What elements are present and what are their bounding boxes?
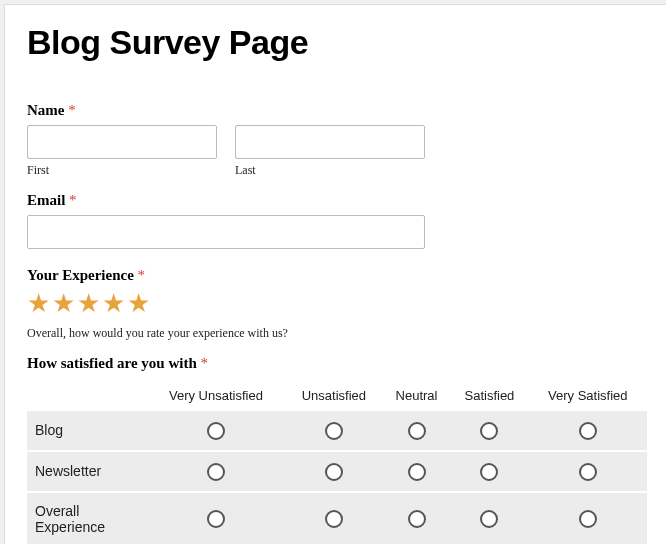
matrix-row: Newsletter xyxy=(27,452,647,491)
radio-button[interactable] xyxy=(207,422,225,440)
email-label-text: Email xyxy=(27,192,65,208)
first-name-sublabel: First xyxy=(27,163,217,178)
matrix-cell xyxy=(147,493,285,544)
matrix-col-header: Unsatisfied xyxy=(285,382,383,409)
radio-button[interactable] xyxy=(207,463,225,481)
matrix-col-header: Very Satisfied xyxy=(529,382,647,409)
experience-field: Your Experience * ★★★★★ Overall, how wou… xyxy=(27,267,647,341)
matrix-col-header: Satisfied xyxy=(450,382,528,409)
matrix-corner xyxy=(27,382,147,409)
matrix-cell xyxy=(383,411,451,450)
radio-button[interactable] xyxy=(408,463,426,481)
matrix-cell xyxy=(147,411,285,450)
radio-button[interactable] xyxy=(325,422,343,440)
matrix-cell xyxy=(383,493,451,544)
matrix-cell xyxy=(383,452,451,491)
required-marker: * xyxy=(68,102,76,118)
experience-caption: Overall, how would you rate your experie… xyxy=(27,326,647,341)
matrix-cell xyxy=(529,452,647,491)
required-marker: * xyxy=(69,192,77,208)
star-icon[interactable]: ★ xyxy=(77,290,100,316)
email-label: Email * xyxy=(27,192,647,209)
radio-button[interactable] xyxy=(408,422,426,440)
name-label-text: Name xyxy=(27,102,65,118)
matrix-cell xyxy=(450,411,528,450)
name-field: Name * First Last xyxy=(27,102,647,178)
satisfaction-label-text: How satisfied are you with xyxy=(27,355,197,371)
matrix-cell xyxy=(450,452,528,491)
radio-button[interactable] xyxy=(579,422,597,440)
matrix-row: Overall Experience xyxy=(27,493,647,544)
satisfaction-label: How satisfied are you with * xyxy=(27,355,647,372)
radio-button[interactable] xyxy=(408,510,426,528)
radio-button[interactable] xyxy=(579,463,597,481)
email-input[interactable] xyxy=(27,215,425,249)
survey-page: Blog Survey Page Name * First Last Email… xyxy=(4,4,666,544)
first-name-input[interactable] xyxy=(27,125,217,159)
last-name-sublabel: Last xyxy=(235,163,425,178)
radio-button[interactable] xyxy=(480,422,498,440)
radio-button[interactable] xyxy=(579,510,597,528)
email-field: Email * xyxy=(27,192,647,249)
matrix-row-label: Blog xyxy=(27,411,147,450)
radio-button[interactable] xyxy=(207,510,225,528)
matrix-cell xyxy=(450,493,528,544)
star-icon[interactable]: ★ xyxy=(52,290,75,316)
radio-button[interactable] xyxy=(325,510,343,528)
matrix-cell xyxy=(529,411,647,450)
radio-button[interactable] xyxy=(480,463,498,481)
matrix-cell xyxy=(529,493,647,544)
last-name-input[interactable] xyxy=(235,125,425,159)
experience-label: Your Experience * xyxy=(27,267,647,284)
radio-button[interactable] xyxy=(325,463,343,481)
matrix-col-header: Very Unsatisfied xyxy=(147,382,285,409)
star-icon[interactable]: ★ xyxy=(27,290,50,316)
matrix-row-label: Overall Experience xyxy=(27,493,147,544)
matrix-row: Blog xyxy=(27,411,647,450)
matrix-cell xyxy=(147,452,285,491)
experience-label-text: Your Experience xyxy=(27,267,134,283)
star-icon[interactable]: ★ xyxy=(127,290,150,316)
required-marker: * xyxy=(138,267,146,283)
satisfaction-field: How satisfied are you with * Very Unsati… xyxy=(27,355,647,544)
matrix-row-label: Newsletter xyxy=(27,452,147,491)
star-rating[interactable]: ★★★★★ xyxy=(27,290,647,316)
matrix-col-header: Neutral xyxy=(383,382,451,409)
page-title: Blog Survey Page xyxy=(27,23,647,62)
name-label: Name * xyxy=(27,102,647,119)
required-marker: * xyxy=(200,355,208,371)
matrix-cell xyxy=(285,452,383,491)
matrix-cell xyxy=(285,493,383,544)
star-icon[interactable]: ★ xyxy=(102,290,125,316)
radio-button[interactable] xyxy=(480,510,498,528)
satisfaction-matrix: Very UnsatisfiedUnsatisfiedNeutralSatisf… xyxy=(27,380,647,544)
matrix-cell xyxy=(285,411,383,450)
